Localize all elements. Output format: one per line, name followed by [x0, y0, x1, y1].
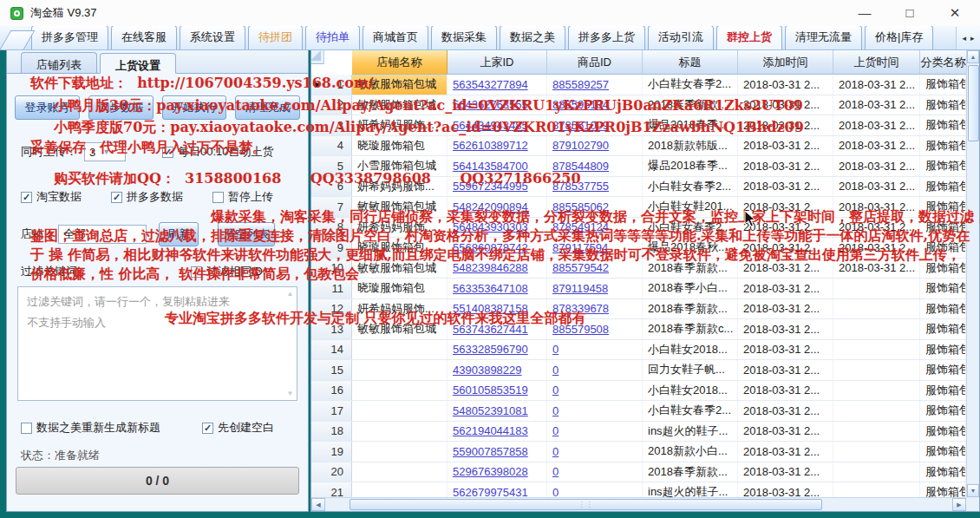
horizontal-scroll-thumb[interactable]: ⋮⋮: [350, 499, 822, 510]
cell-seller-id-link[interactable]: 529676398028: [448, 462, 547, 482]
main-tab-13[interactable]: 价格|库存: [865, 26, 933, 49]
table-row[interactable]: 13敏敏服饰箱包城5637436274418855795082018春季新款c.…: [311, 319, 966, 340]
row-number-cell[interactable]: 5: [311, 156, 352, 176]
row-number-cell[interactable]: 13: [311, 319, 352, 339]
table-row[interactable]: 175480523910810小白鞋女春季2...2018-03-31 2...…: [311, 401, 966, 422]
cell-item-id-link[interactable]: 878339678: [547, 299, 643, 319]
cell-seller-id-link[interactable]: 562610389712: [448, 136, 547, 156]
cell-item-id-link[interactable]: 879117594: [547, 238, 643, 258]
shop-select[interactable]: 全部 ▼: [58, 225, 147, 244]
main-tab-9[interactable]: 拼多多上货: [568, 26, 645, 49]
cell-seller-id-link[interactable]: 563543277894: [448, 75, 547, 95]
cell-item-id-link[interactable]: 879102790: [547, 136, 643, 156]
cell-item-id-link[interactable]: 0: [547, 462, 643, 482]
cell-seller-id-link[interactable]: 43903898229: [448, 360, 547, 380]
row-number-cell[interactable]: 10: [311, 259, 352, 279]
table-row[interactable]: 4晓璇服饰箱包5626103897128791027902018新款韩版...2…: [311, 136, 966, 157]
cell-seller-id-link[interactable]: 548052391081: [448, 401, 547, 421]
login-account-button[interactable]: 登录账号: [15, 95, 80, 120]
main-tab-8[interactable]: 数据之美: [500, 26, 565, 49]
create-blank-checkbox[interactable]: ✓ 先创建空白: [202, 420, 274, 436]
table-row[interactable]: 11晓璇服饰箱包5633536471088791194582018春季小白...…: [311, 279, 966, 299]
table-row[interactable]: 3妍希妈妈服饰...564434943485878561009爆品2018春季.…: [311, 115, 966, 136]
row-number-cell[interactable]: 12: [311, 299, 352, 319]
table-row[interactable]: 5小雪服饰箱包城564143584700878544809爆品2018春季...…: [311, 156, 966, 177]
row-number-cell[interactable]: 11: [311, 279, 352, 298]
cell-seller-id-link[interactable]: 551408387158: [448, 299, 547, 319]
row-number-cell[interactable]: 17: [311, 401, 352, 421]
cell-item-id-link[interactable]: 878549124: [547, 218, 643, 238]
table-row[interactable]: 8妍希妈妈服饰...564843930303878549124小白鞋女春季2..…: [311, 218, 966, 239]
refresh-button[interactable]: 刷新: [159, 222, 199, 246]
col-header-title[interactable]: 标题: [643, 50, 738, 75]
cell-seller-id-link[interactable]: 548239846288: [448, 259, 547, 279]
row-number-cell[interactable]: 1▶: [311, 75, 352, 95]
row-number-cell[interactable]: 16: [311, 381, 352, 401]
table-row[interactable]: 165601058535190小白鞋女2018...2018-03-31 2..…: [311, 381, 966, 402]
filter-same-id-checkbox[interactable]: 过滤相同ID: [191, 264, 263, 279]
cell-item-id-link[interactable]: 885595104: [547, 95, 643, 115]
cell-seller-id-link[interactable]: 548242090894: [448, 197, 547, 217]
col-header-shop[interactable]: 店铺名称: [352, 50, 448, 75]
cell-item-id-link[interactable]: 878544809: [547, 156, 643, 176]
scroll-up-icon[interactable]: ▲: [967, 50, 979, 63]
cell-item-id-link[interactable]: 0: [547, 401, 643, 421]
tab-scroll-right-icon[interactable]: ▸: [970, 34, 975, 43]
textarea-scrollbar[interactable]: ▲ ▼: [284, 288, 296, 399]
clean-finish-button[interactable]: 清理完成: [235, 95, 300, 120]
maximize-button[interactable]: □: [900, 0, 919, 26]
tab-scroll-left-icon[interactable]: ◂: [962, 34, 966, 43]
row-number-cell[interactable]: 14: [311, 340, 352, 360]
main-tab-2[interactable]: 在线客服: [111, 26, 177, 49]
cell-item-id-link[interactable]: 885579542: [547, 259, 643, 279]
clear-list-button[interactable]: 清空列表: [218, 222, 275, 246]
cell-item-id-link[interactable]: 879119458: [547, 279, 643, 298]
main-tab-6[interactable]: 商城首页: [363, 26, 428, 49]
table-row[interactable]: 12妍希妈妈服饰...5514083871588783396782018春季新款…: [311, 299, 966, 320]
table-corner-cell[interactable]: [311, 50, 324, 64]
col-header-seller-id[interactable]: 上家ID: [448, 50, 547, 75]
table-row[interactable]: 185621940441830ins超火的鞋子...2018-03-31 2..…: [311, 422, 966, 443]
pdd-data-checkbox[interactable]: ✓ 拼多多数据: [111, 189, 183, 205]
main-tab-3[interactable]: 系统设置: [180, 26, 245, 49]
table-row[interactable]: 2敏敏服饰箱包城5643627635558855951042018春季新款...…: [311, 95, 966, 116]
row-number-cell[interactable]: 2: [311, 95, 352, 115]
cell-seller-id-link[interactable]: 560105853519: [448, 381, 547, 401]
auto-upload-checkbox[interactable]: ✓ 每日00:10自动上货: [162, 144, 274, 160]
scroll-left-icon[interactable]: ◀: [311, 498, 325, 511]
main-tab-7[interactable]: 数据采集: [431, 26, 497, 49]
concurrent-upload-select[interactable]: 3 ▼: [84, 142, 126, 161]
table-row[interactable]: 15439038982290回力女鞋子帆...2018-03-31 2...服饰…: [311, 360, 966, 381]
row-number-cell[interactable]: 3: [311, 115, 352, 135]
horizontal-scrollbar[interactable]: ◀ ⋮⋮ ▶: [311, 497, 966, 511]
cell-seller-id-link[interactable]: 563328596790: [448, 340, 547, 360]
row-number-cell[interactable]: 8: [311, 218, 352, 238]
vertical-scroll-thumb[interactable]: [968, 65, 979, 141]
row-number-cell[interactable]: 7: [311, 197, 352, 217]
table-row[interactable]: 145633285967900小白鞋女2018...2018-03-31 2..…: [311, 340, 966, 361]
cell-item-id-link[interactable]: 0: [547, 360, 643, 380]
sync-data-button[interactable]: 同步数据: [88, 95, 154, 120]
scroll-right-icon[interactable]: ▶: [952, 498, 966, 511]
cell-item-id-link[interactable]: 878537755: [547, 177, 643, 197]
cell-seller-id-link[interactable]: 564143584700: [448, 156, 547, 176]
close-button[interactable]: ✕: [945, 0, 964, 26]
main-tab-12[interactable]: 清理无流量: [785, 26, 862, 49]
col-header-category[interactable]: 分类名称: [920, 50, 966, 75]
col-header-added[interactable]: 添加时间: [738, 50, 833, 75]
table-row[interactable]: 1955900785785802018新款小白...2018-03-31 2..…: [311, 442, 966, 462]
pause-upload-checkbox[interactable]: 暂停上传: [212, 189, 273, 205]
tab-shop-list[interactable]: 店铺列表: [21, 52, 97, 73]
cell-seller-id-link[interactable]: 562194044183: [448, 422, 547, 442]
cell-seller-id-link[interactable]: 559007857858: [448, 442, 547, 462]
taobao-data-checkbox[interactable]: ✓ 淘宝数据: [21, 189, 82, 205]
cell-item-id-link[interactable]: 885585062: [547, 197, 643, 217]
regen-title-checkbox[interactable]: 数据之美重新生成新标题: [21, 420, 160, 436]
tab-upload-settings[interactable]: 上货设置: [100, 53, 176, 74]
cell-seller-id-link[interactable]: 564434943485: [448, 115, 547, 135]
vertical-scrollbar[interactable]: ▲ ▼: [966, 50, 979, 497]
cell-item-id-link[interactable]: 0: [547, 422, 643, 442]
cell-item-id-link[interactable]: 885589257: [547, 75, 643, 95]
table-row[interactable]: 7敏敏服饰箱包城548242090894885585062小白鞋女鞋201...…: [311, 197, 966, 218]
row-number-cell[interactable]: 9: [311, 238, 352, 258]
